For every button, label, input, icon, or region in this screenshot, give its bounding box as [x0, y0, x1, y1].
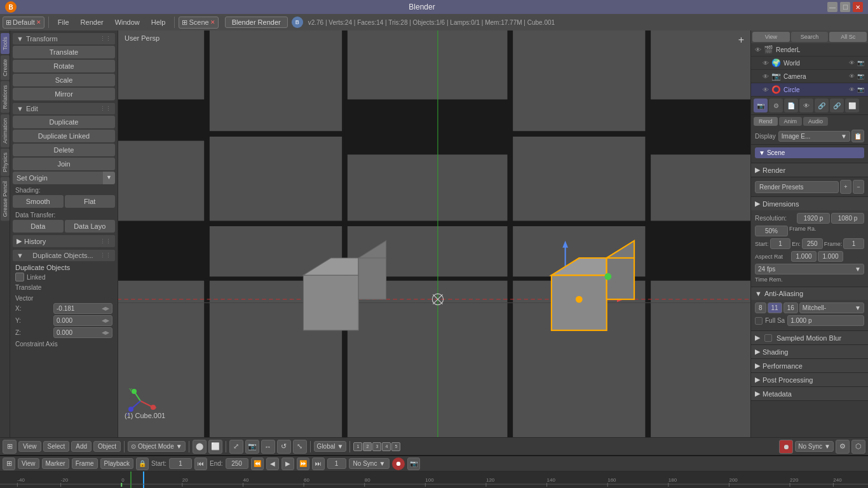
tl-next-frame[interactable]: ⏩: [297, 458, 309, 470]
tl-jump-end[interactable]: ⏭: [312, 458, 325, 470]
render-presets-field[interactable]: Render Presets: [755, 181, 839, 193]
vt-sync-dropdown[interactable]: No Sync ▼: [795, 441, 834, 452]
layer-btn-3[interactable]: 3: [372, 442, 381, 451]
camera-eye-icon[interactable]: 👁: [849, 73, 855, 79]
scene-item-camera[interactable]: 👁 📷 Camera 👁 📷: [751, 70, 868, 83]
tl-play-btn[interactable]: ▶: [281, 458, 294, 470]
menu-window[interactable]: Window: [110, 17, 145, 27]
render-visibility-icon[interactable]: 📷: [857, 60, 864, 66]
aa-value-field[interactable]: 1.000 p: [787, 315, 864, 326]
aspect-y[interactable]: 1.000: [818, 251, 843, 262]
vt-extra-icon[interactable]: ⬡: [851, 440, 865, 454]
scene-workspace[interactable]: ⊞ Scene ✕: [179, 17, 218, 29]
render-output-icon[interactable]: 📄: [784, 98, 798, 112]
scene-item-renderl[interactable]: 👁 🎬 RenderL: [751, 43, 868, 57]
render-link-icon[interactable]: 🔗: [830, 98, 844, 112]
vt-object-btn[interactable]: Object: [93, 441, 121, 452]
history-header[interactable]: ▶ History ⋮⋮: [13, 235, 115, 247]
layer-btn-4[interactable]: 4: [382, 442, 391, 451]
resolution-percent[interactable]: 50%: [755, 226, 788, 236]
circle-eye-icon[interactable]: 👁: [849, 86, 855, 93]
menu-file[interactable]: File: [53, 17, 74, 27]
tl-jump-start[interactable]: ⏮: [194, 458, 207, 470]
tl-lock-icon[interactable]: 🔒: [136, 458, 149, 470]
render-view-icon[interactable]: 👁: [799, 98, 813, 112]
vtab-grease-pencil[interactable]: Grease Pencil: [1, 177, 10, 221]
tl-play-reverse[interactable]: ◀: [266, 458, 279, 470]
data-button[interactable]: Data: [13, 220, 64, 233]
delete-button[interactable]: Delete: [13, 144, 115, 156]
flat-button[interactable]: Flat: [65, 195, 116, 208]
menu-render[interactable]: Render: [76, 17, 109, 27]
aa-8-btn[interactable]: 8: [755, 302, 766, 313]
render-tab-audio[interactable]: Audio: [803, 117, 828, 126]
vt-settings-icon[interactable]: ⚙: [836, 440, 850, 454]
vt-viewport-shading1[interactable]: ⬤: [193, 440, 207, 454]
vt-global-dropdown[interactable]: Global ▼: [314, 441, 347, 452]
tl-start-field[interactable]: 1: [169, 458, 192, 469]
vtab-physics[interactable]: Physics: [1, 149, 10, 176]
tl-record-icon[interactable]: ⏺: [392, 458, 405, 470]
resolution-height[interactable]: 1080 p: [831, 213, 864, 224]
aspect-x[interactable]: 1.000: [791, 251, 817, 262]
image-editor-icon-btn[interactable]: 📋: [851, 130, 864, 142]
tl-sync-dropdown[interactable]: No Sync ▼: [349, 458, 390, 469]
duplicate-button[interactable]: Duplicate: [13, 116, 115, 128]
sampled-motion-checkbox[interactable]: [764, 334, 772, 342]
render-section-header[interactable]: ▶ Render: [751, 163, 868, 177]
vt-rotate-icon[interactable]: ↺: [277, 440, 291, 454]
resolution-width[interactable]: 1920 p: [797, 213, 830, 224]
vt-add-btn[interactable]: Add: [71, 441, 92, 452]
vt-select-btn[interactable]: Select: [43, 441, 70, 452]
vtab-relations[interactable]: Relations: [1, 81, 10, 113]
tl-mode-icon[interactable]: ⊞: [3, 458, 15, 470]
tl-marker-btn[interactable]: Marker: [42, 458, 69, 469]
set-origin-dropdown[interactable]: Set Origin: [13, 172, 103, 184]
viewport-mode-icon[interactable]: ⊞: [3, 440, 17, 454]
minimize-button[interactable]: —: [827, 2, 837, 12]
tl-current-frame[interactable]: 1: [327, 458, 346, 469]
mirror-button[interactable]: Mirror: [13, 88, 115, 100]
tl-end-field[interactable]: 250: [226, 458, 248, 469]
tl-camera-icon[interactable]: 📷: [407, 458, 420, 470]
operator-title[interactable]: ▼ Duplicate Objects... ⋮⋮: [13, 250, 115, 261]
close-button[interactable]: ✕: [853, 2, 863, 12]
tl-prev-frame[interactable]: ⏪: [251, 458, 264, 470]
layer-btn-1[interactable]: 1: [353, 442, 362, 451]
z-value-field[interactable]: 0.000 ◀▶: [53, 327, 112, 338]
start-value[interactable]: 1: [770, 238, 791, 249]
duplicate-linked-button[interactable]: Duplicate Linked: [13, 130, 115, 142]
x-value-field[interactable]: -0.181 ◀▶: [53, 303, 112, 314]
maximize-button[interactable]: ☐: [840, 2, 850, 12]
render-cursor-icon[interactable]: 🔗: [815, 98, 829, 112]
linked-checkbox[interactable]: [15, 273, 24, 281]
end-value[interactable]: 250: [802, 238, 823, 249]
layer-btn-5[interactable]: 5: [391, 442, 400, 451]
aa-filter-dropdown[interactable]: Mitchell- ▼: [799, 302, 864, 313]
menu-help[interactable]: Help: [146, 17, 171, 27]
scene-item-circle[interactable]: 👁 ⭕ Circle 👁 📷: [751, 83, 868, 97]
aa-11-btn[interactable]: 11: [768, 302, 782, 313]
shading-render-header[interactable]: ▶ Shading: [751, 345, 868, 358]
render-presets-remove[interactable]: −: [853, 180, 864, 194]
viewport-add-button[interactable]: +: [738, 34, 744, 46]
circle-render-icon[interactable]: 📷: [857, 86, 864, 93]
translate-button[interactable]: Translate: [13, 46, 115, 58]
performance-header[interactable]: ▶ Performance: [751, 359, 868, 372]
tl-frame-btn[interactable]: Frame: [72, 458, 98, 469]
vtab-animation[interactable]: Animation: [1, 114, 10, 147]
vt-transform-icon[interactable]: ↔: [261, 440, 275, 454]
scene-workspace-close[interactable]: ✕: [210, 19, 215, 25]
data-layo-button[interactable]: Data Layo: [65, 220, 116, 233]
timeline-ruler[interactable]: -40 -20 0 20 40 60 80 100 120 140 160 18…: [0, 471, 868, 488]
vt-record-btn[interactable]: ⏺: [779, 440, 793, 454]
metadata-header[interactable]: ▶ Metadata: [751, 387, 868, 400]
sampled-motion-header[interactable]: ▶ Sampled Motion Blur: [751, 331, 868, 344]
viewport[interactable]: User Persp + (1) Cube.001 X Y Z: [118, 30, 750, 437]
vt-scale-icon[interactable]: ⤡: [293, 440, 307, 454]
full-sample-checkbox[interactable]: [755, 317, 763, 325]
vt-viewport-shading2[interactable]: ⬜: [208, 440, 222, 454]
vt-camera-view[interactable]: 📷: [245, 440, 259, 454]
rp-tab-search[interactable]: Search: [791, 32, 829, 42]
scene-button[interactable]: ▼ Scene: [755, 147, 864, 158]
